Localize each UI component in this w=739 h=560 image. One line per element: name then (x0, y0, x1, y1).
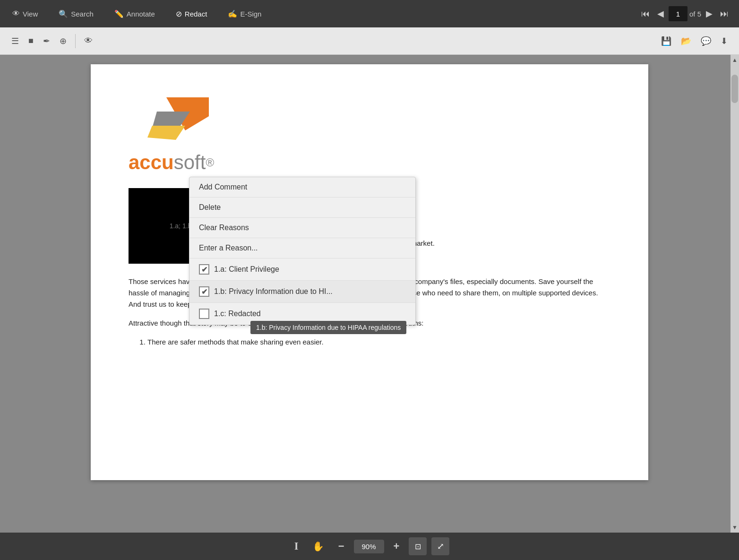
nav-annotate-label: Annotate (127, 10, 155, 18)
page-total: of 5 (689, 10, 701, 18)
nav-annotate[interactable]: ✏️ Annotate (110, 7, 160, 21)
context-clear-reasons[interactable]: Clear Reasons (189, 218, 415, 238)
comment-button[interactable]: 💬 (697, 33, 715, 49)
search-icon: 🔍 (59, 9, 68, 18)
annotate-icon: ✏️ (114, 9, 124, 18)
svg-marker-2 (147, 126, 185, 140)
toolbar-divider (75, 34, 76, 48)
checkmark-1b: ✔ (201, 287, 207, 296)
nav-esign[interactable]: ✍ E-Sign (223, 7, 266, 21)
last-page-button[interactable]: ⏭ (717, 7, 731, 21)
fit-page-button[interactable]: ⊡ (409, 537, 427, 555)
logo-soft: soft (174, 151, 206, 173)
preview-button[interactable]: 👁 (80, 33, 96, 49)
nav-redact[interactable]: ⊘ Redact (171, 7, 212, 21)
context-delete[interactable]: Delete (189, 198, 415, 218)
redact-icon: ⊘ (176, 9, 182, 18)
thumbnail-button[interactable]: ■ (25, 33, 37, 49)
logo-accu: accu (129, 151, 174, 173)
zoom-level: 90% (354, 540, 384, 553)
reason-1b-label: 1.b: Privacy Information due to HI... (214, 287, 333, 296)
logo-text: accusoft® (129, 151, 610, 174)
download-button[interactable]: ⬇ (717, 33, 731, 49)
reason-1c-label: 1.c: Redacted (214, 310, 261, 318)
list-view-button[interactable]: ☰ (8, 33, 23, 49)
next-page-button[interactable]: ▶ (703, 7, 715, 21)
context-menu: Add Comment Delete Clear Reasons Enter a… (189, 177, 416, 325)
context-reason-1b[interactable]: ✔ 1.b: Privacy Information due to HI... (189, 281, 415, 303)
scrollbar[interactable]: ▲ ▼ (730, 55, 739, 533)
checkbox-1c[interactable]: ✔ (199, 309, 209, 319)
toolbar: ☰ ■ ✒ ⊕ 👁 💾 📂 💬 ⬇ (0, 27, 739, 55)
nav-view-label: View (23, 10, 38, 18)
scroll-up-arrow[interactable]: ▲ (730, 55, 739, 65)
page-navigation: ⏮ ◀ 1 of 5 ▶ ⏭ (638, 6, 731, 21)
delete-label: Delete (199, 203, 221, 212)
pen-tool-button[interactable]: ✒ (39, 33, 54, 49)
nav-view[interactable]: 👁 View (8, 7, 43, 21)
redacted-label: 1.a; 1.b (170, 222, 192, 230)
nav-search-label: Search (71, 10, 94, 18)
add-comment-label: Add Comment (199, 183, 247, 191)
tooltip: 1.b: Privacy Information due to HIPAA re… (250, 321, 406, 334)
scrollbar-thumb[interactable] (731, 75, 738, 103)
context-add-comment[interactable]: Add Comment (189, 177, 415, 198)
doc-list: There are safer methods that make sharin… (147, 336, 610, 348)
logo-trademark: ® (206, 156, 214, 169)
logo-svg (129, 93, 223, 149)
zoom-out-button[interactable]: − (334, 537, 349, 555)
checkbox-1b[interactable]: ✔ (199, 286, 209, 297)
fullscreen-button[interactable]: ⤢ (431, 537, 449, 555)
nav-redact-label: Redact (185, 10, 207, 18)
tooltip-text: 1.b: Privacy Information due to HIPAA re… (256, 324, 401, 331)
redact-region-button[interactable]: ⊕ (56, 33, 70, 49)
nav-search[interactable]: 🔍 Search (54, 7, 98, 21)
pan-tool-button[interactable]: ✋ (308, 538, 329, 555)
zoom-in-button[interactable]: + (389, 537, 404, 555)
folder-button[interactable]: 📂 (677, 33, 695, 49)
first-page-button[interactable]: ⏮ (638, 7, 653, 21)
prev-page-button[interactable]: ◀ (654, 7, 667, 21)
checkmark-1a: ✔ (201, 265, 207, 274)
nav-esign-label: E-Sign (240, 10, 261, 18)
context-reason-1a[interactable]: ✔ 1.a: Client Privilege (189, 258, 415, 281)
logo-area: accusoft® (129, 93, 610, 174)
top-navigation: 👁 View 🔍 Search ✏️ Annotate ⊘ Redact ✍ E… (0, 0, 739, 27)
document-scroll-container[interactable]: accusoft® 1.a; 1.b World mmercialthe cor… (0, 55, 739, 533)
main-content-area: accusoft® 1.a; 1.b World mmercialthe cor… (0, 55, 739, 533)
enter-reason-label: Enter a Reason... (199, 244, 258, 252)
scroll-down-arrow[interactable]: ▼ (730, 522, 739, 533)
page-number-input[interactable]: 1 (669, 6, 687, 21)
context-enter-reason[interactable]: Enter a Reason... (189, 238, 415, 258)
view-icon: 👁 (12, 9, 20, 18)
reason-1a-label: 1.a: Client Privilege (214, 265, 279, 274)
bottom-toolbar: 𝐈 ✋ − 90% + ⊡ ⤢ (0, 533, 739, 560)
save-button[interactable]: 💾 (657, 33, 675, 49)
list-item-1: There are safer methods that make sharin… (147, 336, 610, 348)
checkbox-1a[interactable]: ✔ (199, 264, 209, 275)
esign-icon: ✍ (228, 9, 237, 18)
clear-reasons-label: Clear Reasons (199, 224, 249, 232)
cursor-tool-button[interactable]: 𝐈 (290, 537, 303, 555)
